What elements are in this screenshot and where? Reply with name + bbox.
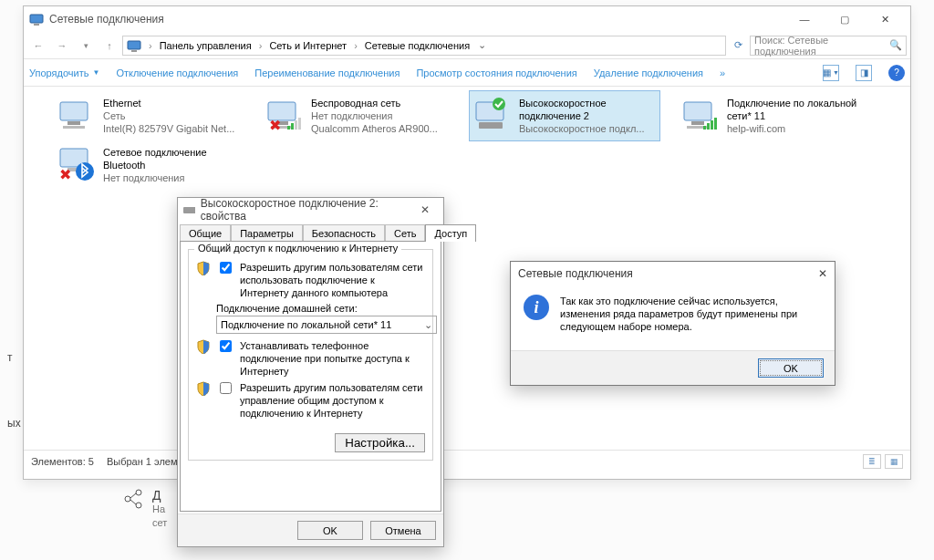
connection-bluetooth[interactable]: ✖ Сетевое подключение Bluetooth Нет подк…	[53, 140, 244, 191]
svg-rect-18	[684, 102, 711, 120]
minimize-button[interactable]: —	[784, 6, 825, 32]
svg-text:✖: ✖	[269, 118, 281, 133]
ethernet-icon	[57, 97, 96, 133]
crumb-control-panel[interactable]: Панель управления	[160, 40, 252, 51]
connection-device: Нет подключения	[103, 171, 240, 184]
connection-status: Сеть	[103, 109, 234, 122]
svg-rect-4	[60, 102, 88, 120]
search-icon: 🔍	[889, 39, 902, 51]
svg-rect-21	[703, 126, 706, 130]
below-window-snippet: Д На сет	[123, 489, 167, 530]
view-options-button[interactable]: ▦▼	[823, 65, 839, 81]
connection-ethernet[interactable]: Ethernet Сеть Intel(R) 82579V Gigabit Ne…	[53, 90, 244, 141]
msgbox-ok-button[interactable]: OK	[758, 358, 824, 378]
refresh-button[interactable]: ⟳	[728, 36, 748, 56]
path-dropdown-icon[interactable]: ⌄	[473, 39, 490, 51]
rename-connection-button[interactable]: Переименование подключения	[254, 67, 400, 78]
svg-rect-22	[707, 123, 710, 130]
forward-button[interactable]: →	[51, 35, 73, 57]
close-button[interactable]: ✕	[865, 6, 905, 32]
allow-share-checkbox[interactable]	[220, 262, 232, 274]
connection-properties-dialog: Высокоскоростное подключение 2: свойства…	[177, 197, 444, 547]
tab-params[interactable]: Параметры	[231, 224, 303, 242]
ics-groupbox: Общий доступ к подключению к Интернету Р…	[188, 249, 433, 461]
recent-button[interactable]: ▾	[75, 35, 97, 57]
svg-rect-5	[67, 121, 80, 125]
connection-name: Подключение по локальной сети* 11	[727, 97, 864, 122]
chevron-down-icon: ⌄	[424, 319, 432, 331]
status-bar: Элементов: 5 Выбран 1 элем ≣ ▦	[24, 450, 910, 472]
svg-point-29	[125, 496, 130, 502]
back-button[interactable]: ←	[27, 35, 49, 57]
home-network-value: Подключение по локальной сети* 11	[221, 319, 391, 330]
svg-rect-2	[128, 41, 140, 49]
wifi-icon: ✖	[265, 97, 304, 133]
connection-device: help-wifi.com	[727, 122, 864, 135]
crumb-network-internet[interactable]: Сеть и Интернет	[269, 40, 347, 51]
item-count: Элементов: 5	[31, 456, 94, 467]
svg-rect-34	[183, 207, 195, 213]
properties-cancel-button[interactable]: Отмена	[370, 521, 436, 540]
tab-general[interactable]: Общие	[180, 224, 231, 242]
shield-icon	[196, 381, 211, 396]
view-icons-button[interactable]: ▦	[885, 454, 903, 469]
info-icon: i	[524, 295, 549, 320]
msgbox-text: Так как это подключение сейчас используе…	[560, 295, 822, 341]
background-cut-text: т ых	[7, 347, 21, 434]
modem-small-icon	[183, 203, 195, 216]
tab-access[interactable]: Доступ	[425, 224, 476, 242]
breadcrumb[interactable]: › Панель управления › Сеть и Интернет › …	[122, 36, 726, 56]
titlebar[interactable]: Сетевые подключения — ▢ ✕	[24, 6, 910, 32]
msgbox-titlebar[interactable]: Сетевые подключения ✕	[511, 262, 835, 285]
window-title: Сетевые подключения	[49, 13, 164, 26]
svg-rect-10	[287, 126, 290, 130]
properties-ok-button[interactable]: OK	[297, 521, 363, 540]
svg-rect-19	[691, 121, 704, 125]
modem-icon	[473, 97, 512, 133]
properties-title: Высокоскоростное подключение 2: свойства	[201, 197, 408, 223]
svg-rect-1	[34, 24, 39, 26]
help-button[interactable]: ?	[888, 65, 905, 81]
tab-network[interactable]: Сеть	[385, 224, 425, 242]
connection-status: Нет подключения	[311, 109, 438, 122]
allow-share-label: Разрешить другим пользователям сети испо…	[240, 261, 425, 299]
connection-name: Беспроводная сеть	[311, 97, 438, 109]
properties-titlebar[interactable]: Высокоскоростное подключение 2: свойства…	[178, 198, 443, 222]
allow-control-label: Разрешить другим пользователям сети упра…	[240, 381, 425, 420]
msgbox-close-button[interactable]: ✕	[818, 267, 827, 280]
dial-on-demand-checkbox[interactable]	[220, 340, 232, 352]
svg-rect-6	[63, 126, 85, 129]
connection-broadband[interactable]: Высокоскоростное подключение 2 Высокоско…	[469, 90, 660, 141]
delete-connection-button[interactable]: Удаление подключения	[594, 67, 703, 78]
up-button[interactable]: ↑	[99, 35, 120, 57]
search-input[interactable]: Поиск: Сетевые подключения 🔍	[750, 36, 907, 56]
crumb-network-connections[interactable]: Сетевые подключения	[365, 40, 470, 51]
connection-device: Высокоскоростное подкл...	[519, 122, 656, 135]
connection-name: Ethernet	[103, 97, 234, 109]
svg-rect-3	[131, 50, 137, 52]
properties-close-button[interactable]: ✕	[413, 201, 438, 219]
tab-security[interactable]: Безопасность	[303, 224, 385, 242]
info-message-box: Сетевые подключения ✕ i Так как это подк…	[510, 261, 835, 386]
view-details-button[interactable]: ≣	[863, 454, 881, 469]
svg-rect-16	[479, 122, 503, 129]
svg-rect-0	[30, 15, 43, 23]
allow-control-checkbox[interactable]	[220, 382, 232, 394]
properties-tabs: Общие Параметры Безопасность Сеть Доступ	[180, 224, 441, 242]
preview-pane-button[interactable]: ◨	[856, 65, 872, 81]
maximize-button[interactable]: ▢	[825, 6, 865, 32]
settings-button[interactable]: Настройка...	[335, 433, 425, 452]
shield-icon	[196, 339, 211, 354]
disable-connection-button[interactable]: Отключение подключения	[116, 67, 238, 78]
organize-menu[interactable]: Упорядочить ▼	[29, 67, 99, 78]
connection-wireless[interactable]: ✖ Беспроводная сеть Нет подключения Qual…	[261, 90, 452, 141]
connection-name: Высокоскоростное подключение 2	[519, 97, 656, 122]
svg-rect-13	[298, 118, 301, 130]
svg-rect-11	[291, 123, 294, 130]
connection-lan11[interactable]: Подключение по локальной сети* 11 help-w…	[677, 90, 868, 141]
svg-point-30	[136, 490, 141, 495]
home-network-select[interactable]: Подключение по локальной сети* 11 ⌄	[216, 316, 437, 334]
address-row: ← → ▾ ↑ › Панель управления › Сеть и Инт…	[24, 32, 910, 59]
status-connection-button[interactable]: Просмотр состояния подключения	[416, 67, 576, 78]
more-commands-button[interactable]: »	[720, 67, 725, 78]
